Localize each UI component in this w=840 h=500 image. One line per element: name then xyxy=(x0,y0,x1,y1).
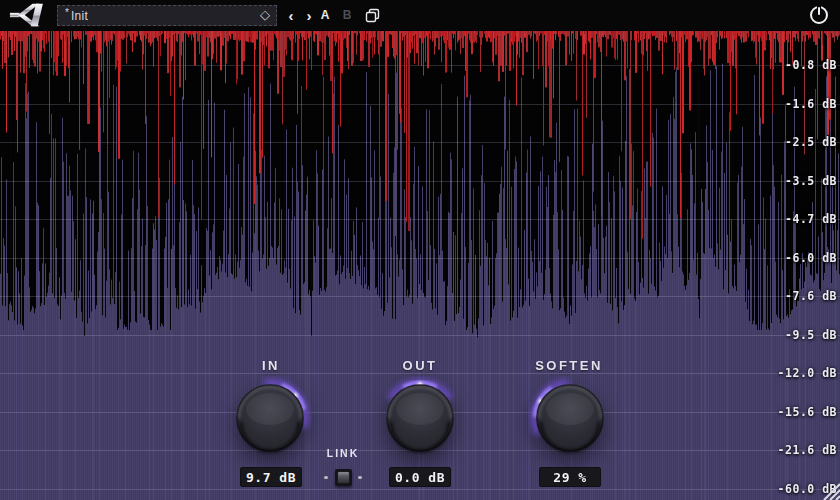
db-scale-label: -1.6 dB xyxy=(747,96,837,112)
db-scale-label: -2.5 dB xyxy=(747,134,837,150)
db-scale-label: -15.6 dB xyxy=(747,404,837,420)
in-knob-label: IN xyxy=(201,358,341,373)
db-scale-label: -4.7 dB xyxy=(747,211,837,227)
in-value-field[interactable]: 9.7 dB xyxy=(240,467,302,487)
db-scale-label: -9.5 dB xyxy=(747,327,837,343)
soften-knob[interactable] xyxy=(528,376,612,460)
db-scale-label: -21.6 dB xyxy=(747,442,837,458)
copy-preset-button[interactable] xyxy=(360,0,384,30)
out-value-field[interactable]: 0.0 dB xyxy=(389,467,451,487)
bypass-power-button[interactable] xyxy=(808,4,830,26)
db-scale-label: -7.6 dB xyxy=(747,288,837,304)
preset-name: Init xyxy=(71,9,88,23)
link-dash-left xyxy=(324,476,328,479)
soften-knob-label: SOFTEN xyxy=(499,358,639,373)
preset-next-button[interactable]: › xyxy=(301,0,317,30)
resize-grip[interactable] xyxy=(816,476,840,500)
ab-compare-b-button[interactable]: B xyxy=(338,0,356,30)
link-label: LINK xyxy=(293,447,393,459)
db-scale-label: -0.8 dB xyxy=(747,57,837,73)
brand-k-logo xyxy=(6,2,52,28)
copy-icon xyxy=(365,8,380,23)
preset-menu-diamond-icon[interactable]: ◇ xyxy=(260,7,270,22)
db-scale-label: -6.0 dB xyxy=(747,250,837,266)
plugin-window: * Init ◇ ‹ › A B -0.8 dB-1.6 dB-2.5 dB-3… xyxy=(0,0,840,500)
db-scale-label: -3.5 dB xyxy=(747,173,837,189)
link-toggle-cap xyxy=(337,471,350,484)
link-toggle-button[interactable] xyxy=(335,469,352,486)
soften-value-field[interactable]: 29 % xyxy=(539,467,601,487)
preset-modified-marker: * xyxy=(65,7,69,18)
db-scale-label: -12.0 dB xyxy=(747,365,837,381)
link-dash-right xyxy=(358,476,362,479)
preset-prev-button[interactable]: ‹ xyxy=(283,0,299,30)
ab-compare-a-button[interactable]: A xyxy=(316,0,334,30)
toolbar: * Init ◇ ‹ › A B xyxy=(0,0,840,30)
power-icon xyxy=(808,4,830,26)
preset-selector[interactable]: * Init ◇ xyxy=(57,5,277,26)
out-knob-label: OUT xyxy=(350,358,490,373)
